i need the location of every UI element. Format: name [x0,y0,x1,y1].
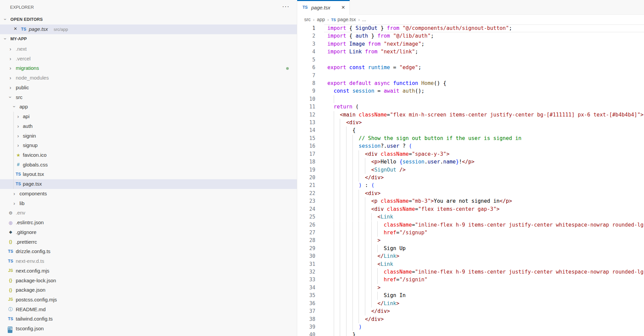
code-line[interactable]: 21 ) : ( [297,182,644,189]
code-line[interactable]: 30 </Link> [297,252,644,260]
sidebar-item-components[interactable]: ›components [0,189,297,199]
sidebar-item-package-lock.json[interactable]: {}package-lock.json [0,276,297,286]
sidebar-item-globals.css[interactable]: #globals.css [0,160,297,170]
braces-file-icon: {} [8,239,13,245]
more-actions-icon[interactable]: ··· [282,3,289,10]
sidebar-item-layout.tsx[interactable]: TSlayout.tsx [0,170,297,179]
code-line[interactable]: 20 </div> [297,174,644,182]
code-line[interactable]: 15 // Show the sign out button if the us… [297,135,644,142]
code-line[interactable]: 40 } [297,331,644,336]
code-line[interactable]: 35 Sign In [297,292,644,299]
code-line[interactable]: 38 </div> [297,316,644,323]
sidebar-item-app[interactable]: ›app [0,102,297,112]
sidebar-item-signup[interactable]: ›signup [0,141,297,150]
git-file-icon: ◆ [8,229,13,235]
code-line[interactable]: 5 [297,56,644,64]
sidebar-item-signin[interactable]: ›signin [0,131,297,141]
code-line[interactable]: 33 href="/signin" [297,276,644,284]
workspace-root-header[interactable]: › MY-APP [0,34,297,44]
code-line[interactable]: 14 { [297,127,644,134]
sidebar-item-package.json[interactable]: {}package.json [0,285,297,295]
chevron-down-icon: › [11,104,17,109]
line-number: 20 [297,174,315,182]
sidebar-item-README.md[interactable]: ⓘREADME.md [0,305,297,315]
code-line[interactable]: 26 className="inline-flex h-9 items-cent… [297,221,644,229]
breadcrumb-item--[interactable]: ... [362,17,366,22]
code-line[interactable]: 8export default async function Home() { [297,80,644,87]
code-line[interactable]: 27 href="/signup" [297,229,644,237]
chevron-right-icon: › [12,200,17,206]
code-line[interactable]: 31 <Link [297,260,644,268]
code-line[interactable]: 34 > [297,284,644,292]
sidebar-item-public[interactable]: ›public [0,83,297,93]
open-editors-header[interactable]: › OPEN EDITORS [0,15,297,25]
close-editor-icon[interactable]: ✕ [13,26,18,31]
line-number: 31 [297,260,315,268]
code-line[interactable]: 6export const runtime = "edge"; [297,64,644,71]
sidebar-item-drizzle.config.ts[interactable]: TSdrizzle.config.ts [0,247,297,256]
code-line[interactable]: 17 <div className="space-y-3"> [297,150,644,158]
code-line[interactable]: 25 <Link [297,213,644,221]
code-editor[interactable]: 1import { SignOut } from "@/components/a… [297,25,644,336]
code-line[interactable]: 16 session?.user ? ( [297,142,644,150]
sidebar-item-auth[interactable]: ›auth [0,122,297,131]
code-line[interactable]: 22 <div> [297,190,644,197]
close-tab-icon[interactable]: ✕ [340,5,346,10]
sidebar-item-migrations[interactable]: ›migrations [0,63,297,73]
code-line[interactable]: 11 return ( [297,103,644,111]
item-label: api [23,113,30,119]
sidebar-item-page.tsx[interactable]: TSpage.tsx [0,179,297,189]
code-line[interactable]: 18 <p>Hello {session.user.name}!</p> [297,158,644,166]
sidebar-item-tailwind.config.ts[interactable]: TStailwind.config.ts [0,314,297,324]
open-editor-item-page.tsx[interactable]: ✕TSpage.tsxsrc/app [0,25,297,34]
sidebar-item-src[interactable]: ›src [0,93,297,102]
tab-page-tsx[interactable]: TS page.tsx ✕ [297,0,350,15]
line-number: 25 [297,213,315,221]
code-line[interactable]: 24 <div className="flex items-center gap… [297,205,644,213]
breadcrumb-item-app[interactable]: app [317,17,325,22]
line-number: 7 [297,72,315,80]
star-file-icon: ★ [15,152,21,158]
sidebar-item-api[interactable]: ›api [0,112,297,122]
code-line[interactable]: 37 </div> [297,307,644,315]
sidebar-item-favicon.ico[interactable]: ★favicon.ico [0,150,297,160]
code-line[interactable]: 29 Sign Up [297,245,644,252]
breadcrumb-item-src[interactable]: src [304,17,311,22]
code-line[interactable]: 23 <p className="mb-3">You are not signe… [297,197,644,205]
code-line[interactable]: 10 [297,95,644,103]
breadcrumb-item-page-tsx[interactable]: TSpage.tsx [331,17,356,22]
code-line-text: } [327,331,356,336]
sidebar-item-lib[interactable]: ›lib [0,199,297,208]
code-line[interactable]: 2import { auth } from "@/lib/auth"; [297,32,644,40]
sidebar-item-.eslintrc.json[interactable]: ◎.eslintrc.json [0,218,297,228]
code-line[interactable]: 13 <div> [297,119,644,127]
code-line[interactable]: 36 </Link> [297,300,644,307]
code-line[interactable]: 7 [297,72,644,80]
sidebar-item-next.config.mjs[interactable]: JSnext.config.mjs [0,266,297,276]
item-label: package.json [16,287,45,293]
code-line[interactable]: 9 const session = await auth(); [297,87,644,95]
item-label: auth [23,123,33,129]
sidebar-item-.env[interactable]: ⚙.env [0,208,297,218]
sidebar-item-postcss.config.mjs[interactable]: JSpostcss.config.mjs [0,295,297,305]
code-line[interactable]: 3import Image from "next/image"; [297,40,644,48]
sidebar-item-next-env.d.ts[interactable]: TSnext-env.d.ts [0,256,297,266]
chevron-right-icon: › [8,75,13,81]
code-line[interactable]: 4import Link from "next/link"; [297,48,644,56]
code-line[interactable]: 39 ) [297,323,644,331]
chevron-down-icon: › [3,36,8,42]
code-line-text: </div> [327,307,390,315]
code-line[interactable]: 32 className="inline-flex h-9 items-cent… [297,268,644,276]
sidebar-item-.prettierrc[interactable]: {}.prettierrc [0,237,297,247]
sidebar-item-.vercel[interactable]: ›.vercel [0,54,297,64]
sidebar-item-tsconfig.json[interactable]: TStsconfig.json [0,324,297,334]
code-line-text: </div> [327,174,384,182]
sidebar-item-.gitignore[interactable]: ◆.gitignore [0,228,297,237]
code-line[interactable]: 1import { SignOut } from "@/components/a… [297,25,644,32]
open-editor-filename: page.tsx [29,26,48,32]
sidebar-item-node_modules[interactable]: ›node_modules [0,73,297,83]
code-line[interactable]: 19 <SignOut /> [297,166,644,174]
code-line[interactable]: 12 <main className="flex min-h-screen it… [297,111,644,119]
code-line[interactable]: 28 > [297,237,644,244]
sidebar-item-.next[interactable]: ›.next [0,44,297,54]
